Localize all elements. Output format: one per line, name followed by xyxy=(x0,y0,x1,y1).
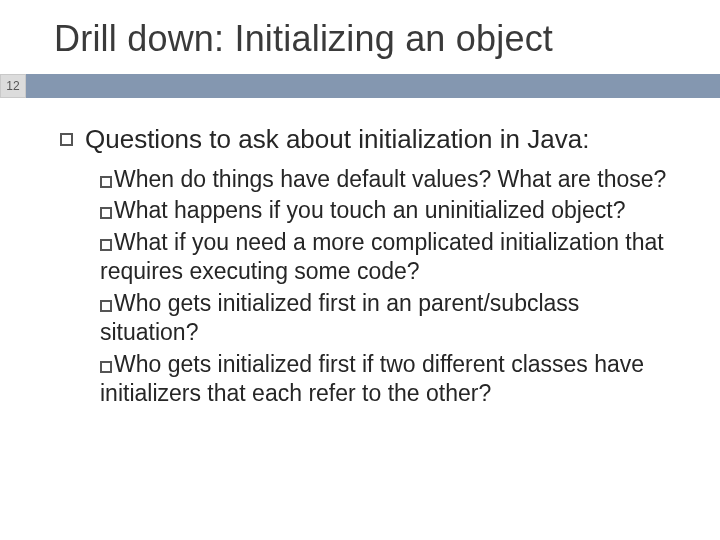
accent-bar: 12 xyxy=(0,74,720,98)
bullet-level2: Who gets initialized first in an parent/… xyxy=(100,289,676,348)
bullet-level2: What if you need a more complicated init… xyxy=(100,228,676,287)
bullet-level2-list: When do things have default values? What… xyxy=(60,165,676,409)
bullet-text: What happens if you touch an uninitializ… xyxy=(114,197,625,223)
slide: Drill down: Initializing an object 12 Qu… xyxy=(0,0,720,540)
bullet-text: What if you need a more complicated init… xyxy=(100,229,664,284)
square-bullet-icon xyxy=(100,361,112,373)
square-bullet-icon xyxy=(100,207,112,219)
bullet-level2: Who gets initialized first if two differ… xyxy=(100,350,676,409)
bullet-level1: Questions to ask about initialization in… xyxy=(60,124,676,155)
square-bullet-icon xyxy=(60,133,73,146)
bullet-text: When do things have default values? What… xyxy=(114,166,666,192)
slide-title: Drill down: Initializing an object xyxy=(0,0,720,74)
square-bullet-icon xyxy=(100,300,112,312)
bullet-level2: What happens if you touch an uninitializ… xyxy=(100,196,676,225)
square-bullet-icon xyxy=(100,176,112,188)
bullet-text: Who gets initialized first if two differ… xyxy=(100,351,644,406)
bullet-level2: When do things have default values? What… xyxy=(100,165,676,194)
bullet-text: Who gets initialized first in an parent/… xyxy=(100,290,579,345)
page-number: 12 xyxy=(0,74,26,98)
square-bullet-icon xyxy=(100,239,112,251)
slide-body: Questions to ask about initialization in… xyxy=(0,98,720,409)
bullet-level1-text: Questions to ask about initialization in… xyxy=(85,124,589,155)
